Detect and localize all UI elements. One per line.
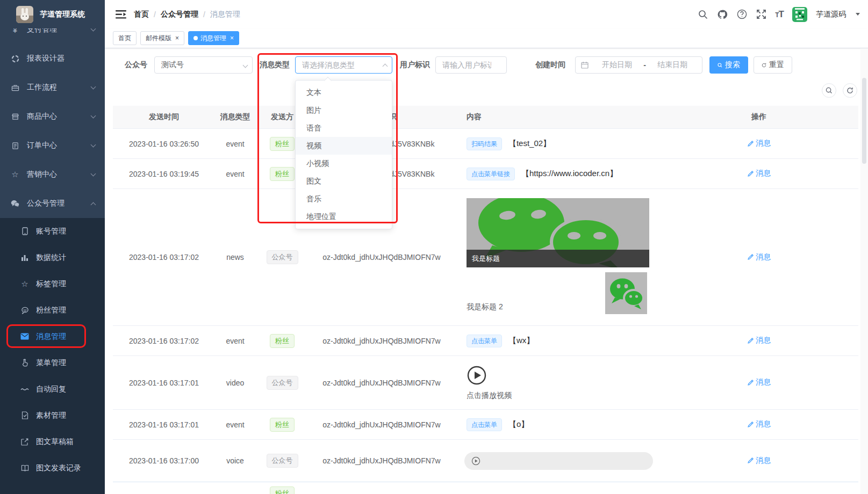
sidebar-item-product-center[interactable]: 商品中心: [0, 102, 105, 131]
tags-view-bar: 首页 邮件模版 × 消息管理 ×: [105, 28, 868, 48]
option-text[interactable]: 文本: [296, 84, 392, 101]
message-action-link[interactable]: 消息: [747, 252, 771, 262]
account-select-input[interactable]: [154, 56, 253, 74]
font-size-icon[interactable]: TT: [775, 9, 784, 20]
news-item-secondary[interactable]: 我是标题 2: [467, 271, 647, 314]
reset-button[interactable]: 重置: [754, 56, 792, 74]
play-video-label[interactable]: 点击播放视频: [467, 391, 512, 399]
sidebar-item-report-designer[interactable]: 报表设计器: [0, 44, 105, 73]
option-music[interactable]: 音乐: [296, 190, 392, 208]
option-news[interactable]: 图文: [296, 172, 392, 190]
sender-tag: 公众号: [267, 454, 298, 468]
message-action-link[interactable]: 消息: [747, 419, 771, 429]
message-action-link[interactable]: 消息: [747, 456, 771, 466]
tab-mail-template[interactable]: 邮件模版 ×: [140, 31, 184, 45]
sidebar-item-draft-box[interactable]: 图文草稿箱: [0, 428, 105, 455]
report-designer-icon: [11, 54, 19, 63]
chevron-down-icon[interactable]: [856, 13, 860, 16]
scrollbar-thumb[interactable]: [862, 78, 866, 164]
date-range-picker[interactable]: 开始日期 - 结束日期: [575, 56, 702, 74]
hamburger-icon[interactable]: [116, 10, 126, 19]
sidebar-item-tag-management[interactable]: ☆ 标签管理: [0, 271, 105, 297]
star-icon: ☆: [20, 280, 29, 288]
type-select[interactable]: [295, 56, 392, 74]
sidebar-item-message-management[interactable]: 消息管理: [0, 323, 105, 350]
phone-icon: [20, 227, 29, 236]
message-type-dropdown: 文本 图片 语音 视频 小视频 图文 音乐 地理位置: [295, 80, 392, 229]
chevron-up-icon: [91, 202, 96, 207]
option-location[interactable]: 地理位置: [296, 208, 392, 226]
message-action-link[interactable]: 消息: [747, 139, 771, 148]
table-row: 2023-01-16 03:17:01 event 粉丝 oz-Jdt0kd_j…: [113, 410, 858, 440]
play-video-icon[interactable]: [467, 365, 659, 386]
sender-tag: 粉丝: [270, 418, 295, 432]
close-icon[interactable]: ×: [230, 35, 234, 41]
refresh-button[interactable]: [843, 83, 857, 98]
sidebar-item-menu-management[interactable]: 菜单管理: [0, 350, 105, 376]
message-action-link[interactable]: 消息: [747, 377, 771, 387]
auto-reply-icon: [20, 385, 29, 394]
chevron-down-icon: [91, 113, 96, 119]
calendar-icon: [581, 61, 589, 69]
voice-player[interactable]: [464, 452, 653, 470]
option-voice[interactable]: 语音: [296, 119, 392, 137]
sidebar-item-data-statistics[interactable]: 数据统计: [0, 244, 105, 271]
sidebar-item-publish-record[interactable]: 图文发表记录: [0, 455, 105, 481]
book-icon: [20, 464, 29, 473]
account-label: 公众号: [125, 60, 149, 70]
message-action-link[interactable]: 消息: [747, 336, 771, 345]
table-row: 2023-01-16 03:26:50 event 粉丝 oz-Jdt0kd_j…: [113, 129, 858, 159]
top-navbar: 首页 / 公众号管理 / 消息管理 TT 芋道源码: [105, 0, 868, 28]
sidebar-item-wechat-management[interactable]: 公众号管理: [0, 189, 105, 218]
app-logo-avatar: [16, 6, 33, 23]
active-dot: [193, 36, 198, 40]
wechat-thumb-image: [605, 272, 647, 314]
user-avatar[interactable]: [792, 7, 807, 22]
col-content: 内容: [454, 112, 659, 122]
sidebar-item-account-management[interactable]: 账号管理: [0, 218, 105, 244]
github-icon[interactable]: [717, 9, 728, 20]
breadcrumb-current: 消息管理: [210, 10, 240, 19]
table-row: 2023-01-16 03:17:01 video 公众号 oz-Jdt0kd_…: [113, 356, 858, 410]
sidebar-item-fans-management[interactable]: 粉丝管理: [0, 297, 105, 323]
play-audio-icon: [471, 456, 480, 466]
sender-tag: 公众号: [267, 376, 298, 390]
hide-search-button[interactable]: [822, 83, 836, 98]
sidebar-item-marketing-center[interactable]: ☆ 营销中心: [0, 160, 105, 189]
help-icon[interactable]: [736, 9, 747, 20]
search-button[interactable]: 搜索: [709, 56, 748, 74]
sender-tag: 粉丝: [270, 167, 295, 181]
main-area: 首页 / 公众号管理 / 消息管理 TT 芋道源码: [105, 0, 868, 494]
account-select[interactable]: [154, 56, 253, 74]
sidebar-item-order-center[interactable]: 订单中心: [0, 131, 105, 160]
userid-input[interactable]: [435, 56, 507, 74]
message-table: 发送时间 消息类型 发送方 用户标识 内容 操作 2023-01-16 03:2…: [113, 106, 858, 494]
fullscreen-icon[interactable]: [756, 9, 766, 20]
news-item-banner[interactable]: 我是标题: [467, 198, 649, 267]
breadcrumb-wechat[interactable]: 公众号管理: [161, 10, 198, 19]
sidebar-item-workflow[interactable]: 工作流程: [0, 73, 105, 102]
option-short-video[interactable]: 小视频: [296, 155, 392, 172]
date-end-placeholder[interactable]: 结束日期: [647, 60, 698, 70]
search-icon[interactable]: [698, 9, 708, 20]
navbar-actions: TT 芋道源码: [698, 7, 860, 22]
table-header-row: 发送时间 消息类型 发送方 用户标识 内容 操作: [113, 106, 858, 129]
breadcrumb-home[interactable]: 首页: [134, 10, 149, 19]
sidebar-item-auto-reply[interactable]: 自动回复: [0, 376, 105, 402]
fans-icon: [20, 306, 29, 315]
chevron-down-icon: [91, 171, 96, 177]
event-tag: 点击菜单链接: [467, 168, 515, 180]
draft-icon: [20, 438, 29, 446]
user-name[interactable]: 芋道源码: [816, 10, 846, 19]
type-select-input[interactable]: [295, 56, 392, 74]
option-image[interactable]: 图片: [296, 101, 392, 119]
message-action-link[interactable]: 消息: [747, 169, 771, 178]
app-title: 芋道管理系统: [40, 10, 85, 19]
table-row: 2023-01-16 03:17:00 voice 公众号 oz-Jdt0kd_…: [113, 440, 858, 482]
close-icon[interactable]: ×: [175, 35, 179, 41]
tab-home[interactable]: 首页: [113, 31, 137, 45]
date-start-placeholder[interactable]: 开始日期: [592, 60, 642, 70]
sidebar-item-material-management[interactable]: 素材管理: [0, 402, 105, 428]
tab-message-management[interactable]: 消息管理 ×: [188, 31, 239, 45]
option-video[interactable]: 视频: [296, 137, 392, 155]
